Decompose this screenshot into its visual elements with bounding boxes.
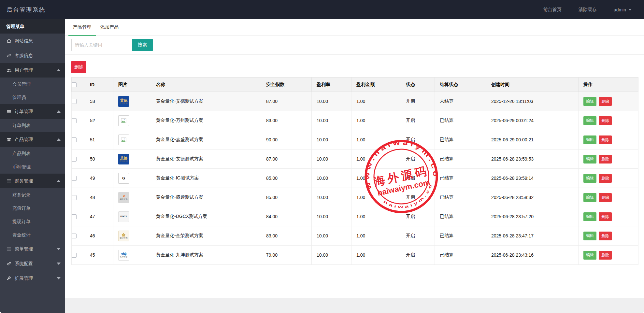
sidebar-item[interactable]: 扩展管理 [0, 271, 65, 286]
sidebar-subitem[interactable]: 会员管理 [0, 78, 65, 91]
delete-button[interactable]: 删除 [599, 135, 612, 144]
clear-cache-link[interactable]: 清除缓存 [579, 7, 597, 13]
frontend-home-link[interactable]: 前台首页 [543, 7, 562, 13]
row-checkbox[interactable] [72, 234, 77, 238]
row-checkbox[interactable] [72, 118, 77, 123]
profit-amount: 1.00 [351, 149, 401, 169]
sidebar-subitem[interactable]: 充值订单 [0, 202, 65, 215]
edit-button[interactable]: 编辑 [583, 155, 596, 164]
row-checkbox[interactable] [72, 137, 77, 142]
sidebar-item[interactable]: 客服信息 [0, 48, 65, 63]
sidebar-subitem[interactable]: 提现订单 [0, 215, 65, 228]
product-logo: 艾德艾德金融 [118, 96, 129, 107]
edit-button[interactable]: 编辑 [583, 174, 596, 183]
profit-rate: 10.00 [312, 149, 351, 169]
search-button[interactable]: 搜索 [132, 39, 153, 51]
safety-index: 83.00 [261, 111, 312, 130]
product-logo: 金金荣中国 [118, 231, 129, 241]
row-checkbox[interactable] [72, 214, 77, 219]
created-time: 2025-06-29 00:00:21 [486, 130, 579, 149]
table-row: 53艾德艾德金融黄金量化-艾德测试方案87.0010.001.00开启未结算20… [72, 92, 638, 111]
edit-button[interactable]: 编辑 [583, 193, 596, 202]
tab-add-product[interactable]: 添加产品 [96, 19, 123, 36]
profit-amount: 1.00 [351, 111, 401, 130]
product-name: 黄金量化-艾德测试方案 [151, 92, 261, 111]
safety-index: 84.00 [261, 207, 312, 226]
row-checkbox[interactable] [72, 195, 77, 200]
safety-index: 83.00 [261, 226, 312, 246]
row-checkbox[interactable] [72, 99, 77, 104]
delete-button[interactable]: 删除 [599, 232, 612, 240]
sidebar-subitem-label: 资金统计 [12, 232, 31, 238]
created-time: 2025-06-28 23:47:17 [486, 226, 579, 246]
settle-status: 已结算 [435, 246, 486, 265]
product-name: 黄金量化-DGCX测试方案 [151, 207, 261, 226]
actions-cell: 编辑删除 [579, 188, 638, 207]
sidebar-item-label: 用户管理 [15, 67, 33, 73]
product-name: 黄金量化-嘉盛测试方案 [151, 130, 261, 149]
edit-button[interactable]: 编辑 [583, 116, 596, 125]
users-icon [6, 68, 12, 73]
divider [65, 54, 644, 55]
sidebar-nav: 网站信息 客服信息 用户管理 会员管理 管理员 订单管理 订单列表 产品管理 产… [0, 34, 65, 286]
profit-rate: 10.00 [312, 188, 351, 207]
delete-button[interactable]: 删除 [599, 97, 612, 106]
edit-button[interactable]: 编辑 [583, 97, 596, 106]
delete-button[interactable]: 删除 [599, 116, 612, 125]
sidebar-item[interactable]: 产品管理 [0, 132, 65, 147]
sidebar-subitem[interactable]: 财务记录 [0, 188, 65, 202]
chevron-icon [57, 180, 61, 182]
table-row: 52黄金量化-万州测试方案83.0010.001.00开启已结算2025-06-… [72, 111, 638, 130]
status: 开启 [401, 188, 435, 207]
user-dropdown[interactable]: admin [614, 7, 632, 12]
list-icon [6, 247, 12, 252]
table-row: 51黄金量化-嘉盛测试方案90.0010.001.00开启已结算2025-06-… [72, 130, 638, 149]
product-logo: G [118, 173, 129, 184]
sidebar-subitem[interactable]: 产品列表 [0, 147, 65, 160]
delete-button[interactable]: 删除 [599, 251, 612, 260]
sidebar-item[interactable]: 用户管理 [0, 63, 65, 78]
product-image-cell: ↗盛透证券 [113, 188, 151, 207]
delete-button[interactable]: 删除 [599, 193, 612, 202]
sidebar-item[interactable]: 菜单管理 [0, 242, 65, 256]
select-all-checkbox[interactable] [72, 82, 77, 87]
actions-cell: 编辑删除 [579, 111, 638, 130]
top-navbar: 后台管理系统 前台首页 清除缓存 admin [0, 0, 644, 19]
created-time: 2025-06-28 23:57:20 [486, 207, 579, 226]
edit-button[interactable]: 编辑 [583, 232, 596, 240]
search-input[interactable] [71, 39, 130, 51]
sidebar-subitem[interactable]: 管理员 [0, 91, 65, 104]
tab-product-management[interactable]: 产品管理 [68, 19, 96, 36]
sidebar-item[interactable]: 系统配置 [0, 256, 65, 271]
product-name: 黄金量化-金荣测试方案 [151, 226, 261, 246]
sidebar-subitem[interactable]: 订单列表 [0, 119, 65, 132]
row-checkbox[interactable] [72, 157, 77, 162]
column-header-3: 安全指数 [261, 78, 312, 92]
sidebar-item-label: 扩展管理 [15, 276, 33, 281]
sidebar-subitem[interactable]: 币种管理 [0, 160, 65, 174]
column-header-2: 名称 [151, 78, 261, 92]
created-time: 2025-06-28 23:58:32 [486, 188, 579, 207]
edit-button[interactable]: 编辑 [583, 251, 596, 260]
bulk-delete-button[interactable]: 删除 [71, 61, 86, 73]
product-image-cell [113, 130, 151, 149]
product-name: 黄金量化-艾德测试方案 [151, 149, 261, 169]
edit-button[interactable]: 编辑 [583, 212, 596, 221]
safety-index: 87.00 [261, 92, 312, 111]
delete-button[interactable]: 删除 [599, 155, 612, 164]
sidebar-item[interactable]: 网站信息 [0, 34, 65, 48]
gears-icon [6, 261, 12, 266]
delete-button[interactable]: 删除 [599, 212, 612, 221]
sidebar: 管理菜单 网站信息 客服信息 用户管理 会员管理 管理员 订单管理 订单列表 产… [0, 19, 65, 313]
sidebar-subitem[interactable]: 资金统计 [0, 228, 65, 242]
row-checkbox[interactable] [72, 253, 77, 258]
sidebar-item[interactable]: 订单管理 [0, 104, 65, 119]
delete-button[interactable]: 删除 [599, 174, 612, 183]
row-checkbox[interactable] [72, 176, 77, 181]
sidebar-item[interactable]: 财务管理 [0, 174, 65, 188]
edit-button[interactable]: 编辑 [583, 135, 596, 144]
product-logo: DGCX [118, 211, 129, 222]
row-select-cell [72, 169, 85, 188]
safety-index: 79.00 [261, 246, 312, 265]
list-icon [6, 178, 12, 184]
